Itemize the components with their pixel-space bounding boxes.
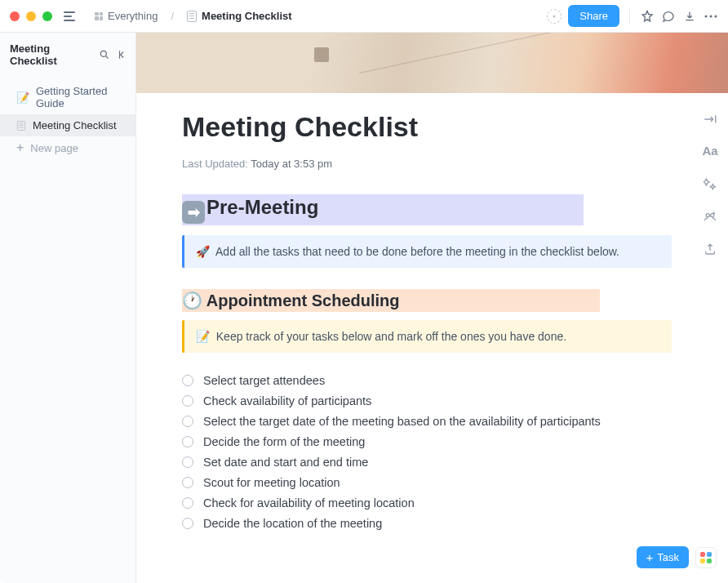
sidebar-new-page[interactable]: + New page — [0, 136, 135, 159]
favorite-icon[interactable] — [640, 9, 655, 24]
checklist-item[interactable]: Check availability of participants — [182, 394, 645, 407]
memo-icon: 📝 — [196, 330, 210, 343]
right-rail: Aa — [692, 114, 728, 256]
svg-point-2 — [710, 15, 712, 17]
plus-icon: + — [646, 551, 654, 563]
checkbox[interactable] — [182, 436, 193, 447]
sidebar-item-label: Meeting Checklist — [33, 119, 117, 131]
apps-button[interactable] — [695, 547, 717, 568]
main-area: Aa Meeting Checklist Last Updated: Today… — [136, 33, 728, 583]
checkbox[interactable] — [182, 395, 193, 407]
topbar: Everything / Meeting Checklist Share — [0, 0, 728, 33]
page-title[interactable]: Meeting Checklist — [182, 111, 645, 143]
window-zoom-button[interactable] — [42, 11, 52, 21]
checklist-item-label: Select the target date of the meeting ba… — [203, 415, 601, 428]
checkbox[interactable] — [182, 497, 193, 509]
everything-icon — [95, 12, 103, 20]
font-icon[interactable]: Aa — [702, 144, 717, 158]
page-icon — [17, 121, 25, 131]
meta-label: Last Updated: — [182, 158, 248, 170]
section-pre-meeting-heading[interactable]: ➡Pre-Meeting — [182, 194, 584, 225]
section-title: Appointment Scheduling — [206, 292, 400, 309]
cover-image[interactable] — [136, 33, 728, 93]
window-minimize-button[interactable] — [26, 11, 36, 21]
breadcrumb-root[interactable]: Everything — [88, 7, 164, 25]
sync-status-icon[interactable] — [547, 9, 562, 24]
appointment-callout[interactable]: 📝 Keep track of your tasks below and mar… — [182, 320, 672, 353]
sidebar-new-page-label: New page — [30, 142, 78, 154]
breadcrumb-current[interactable]: Meeting Checklist — [180, 7, 299, 25]
checklist-item-label: Check for availability of meeting locati… — [203, 496, 415, 510]
svg-point-0 — [553, 15, 556, 17]
meta-value: Today at 3:53 pm — [251, 158, 332, 170]
svg-point-4 — [100, 51, 106, 56]
rocket-icon: 🚀 — [196, 245, 210, 258]
checklist-item[interactable]: Scout for meeting location — [182, 476, 645, 489]
breadcrumb-separator: / — [171, 10, 174, 22]
page-icon — [187, 11, 197, 22]
collaborate-icon[interactable] — [704, 210, 717, 223]
memo-icon: 📝 — [16, 91, 29, 104]
task-button-label: Task — [657, 551, 679, 563]
window-controls — [10, 11, 52, 21]
checkbox[interactable] — [182, 416, 193, 427]
svg-point-5 — [706, 214, 709, 217]
breadcrumb: Everything / Meeting Checklist — [88, 7, 299, 25]
breadcrumb-root-label: Everything — [108, 10, 158, 22]
pre-meeting-callout[interactable]: 🚀 Add all the tasks that need to be done… — [182, 235, 672, 268]
width-toggle-icon[interactable] — [703, 114, 717, 124]
clock-icon: 🕐 — [182, 292, 202, 309]
share-button[interactable]: Share — [568, 5, 619, 27]
checklist-item[interactable]: Check for availability of meeting locati… — [182, 496, 645, 510]
menu-toggle-button[interactable] — [64, 11, 75, 21]
checklist-item[interactable]: Set date and start and end time — [182, 456, 645, 469]
svg-point-1 — [705, 15, 708, 17]
checkbox[interactable] — [182, 375, 193, 386]
sidebar-collapse-icon[interactable] — [116, 48, 129, 61]
sidebar-item-getting-started[interactable]: 📝 Getting Started Guide — [0, 80, 135, 114]
checklist-item-label: Set date and start and end time — [203, 456, 368, 469]
ai-icon[interactable] — [704, 177, 717, 190]
comment-icon[interactable] — [661, 9, 676, 24]
export-icon[interactable] — [704, 243, 717, 256]
section-appointment-heading[interactable]: 🕐 Appointment Scheduling — [182, 289, 600, 312]
breadcrumb-current-label: Meeting Checklist — [202, 10, 292, 22]
sidebar-search-icon[interactable] — [98, 48, 111, 61]
checkbox[interactable] — [182, 518, 193, 529]
checklist-item[interactable]: Decide the form of the meeting — [182, 435, 645, 448]
window-close-button[interactable] — [10, 11, 20, 21]
checklist-item-label: Decide the form of the meeting — [203, 435, 365, 448]
section-title: Pre-Meeting — [206, 196, 318, 218]
checklist-item-label: Decide the location of the meeting — [203, 517, 382, 530]
checklist-item-label: Select target attendees — [203, 374, 325, 387]
sidebar-item-meeting-checklist[interactable]: Meeting Checklist — [0, 114, 135, 136]
checklist-item-label: Scout for meeting location — [203, 476, 340, 489]
checklist: Select target attendees Check availabili… — [182, 374, 645, 530]
checklist-item[interactable]: Select target attendees — [182, 374, 645, 387]
sidebar-title: Meeting Checklist — [10, 42, 93, 67]
checkbox[interactable] — [182, 477, 193, 488]
checklist-item[interactable]: Decide the location of the meeting — [182, 517, 645, 530]
download-icon[interactable] — [682, 9, 697, 24]
arrow-right-icon: ➡ — [182, 201, 205, 224]
last-updated: Last Updated: Today at 3:53 pm — [182, 158, 645, 170]
sidebar-item-label: Getting Started Guide — [36, 85, 126, 109]
callout-text: Add all the tasks that need to be done b… — [215, 245, 619, 258]
new-task-button[interactable]: + Task — [637, 546, 690, 568]
divider — [629, 8, 630, 24]
svg-point-3 — [715, 15, 717, 17]
checklist-item[interactable]: Select the target date of the meeting ba… — [182, 415, 645, 428]
more-icon[interactable] — [704, 9, 718, 24]
checkbox[interactable] — [182, 456, 193, 468]
sidebar: Meeting Checklist 📝 Getting Started Guid… — [0, 33, 136, 583]
checklist-item-label: Check availability of participants — [203, 394, 371, 407]
document-content: Meeting Checklist Last Updated: Today at… — [136, 93, 690, 583]
callout-text: Keep track of your tasks below and mark … — [216, 330, 566, 343]
plus-icon: + — [16, 141, 24, 154]
